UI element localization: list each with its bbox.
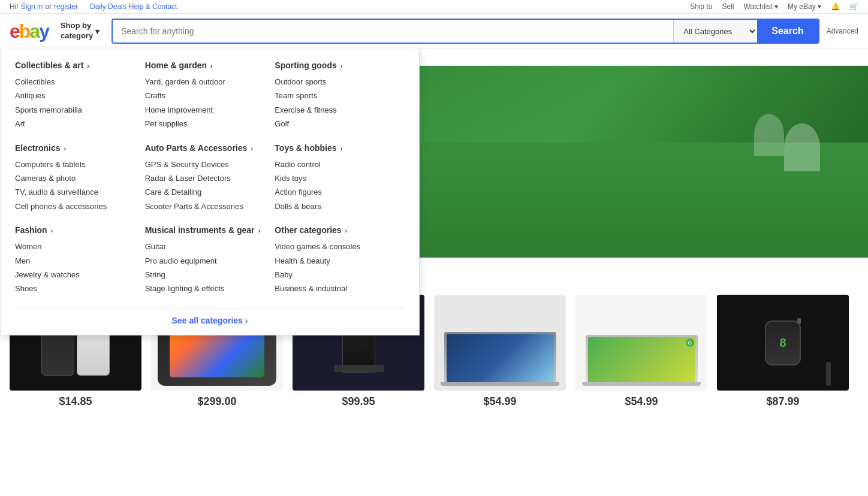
care-detailing-item[interactable]: Care & Detailing xyxy=(145,185,266,199)
deal-image-6[interactable]: 8 xyxy=(717,295,849,391)
advanced-search-link[interactable]: Advanced xyxy=(827,27,858,35)
crafts-item[interactable]: Crafts xyxy=(145,89,266,102)
jewelry-watches-item[interactable]: Jewelry & watches xyxy=(15,268,135,282)
see-all-categories-link[interactable]: See all categories › xyxy=(172,316,248,325)
other-categories-title[interactable]: Other categories › xyxy=(275,225,395,235)
musical-arrow-icon: › xyxy=(258,227,260,234)
business-industrial-item[interactable]: Business & industrial xyxy=(275,282,395,295)
gps-security-item[interactable]: GPS & Security Devices xyxy=(145,158,266,171)
sports-memorabilia-item[interactable]: Sports memorabilia xyxy=(15,103,135,117)
fashion-title[interactable]: Fashion › xyxy=(15,225,135,235)
person-silhouette-2 xyxy=(754,114,784,156)
category-select[interactable]: All Categories Electronics Fashion Home … xyxy=(673,20,757,43)
sporting-arrow-icon: › xyxy=(340,62,343,69)
search-bar: All Categories Electronics Fashion Home … xyxy=(111,19,819,44)
or-text: or xyxy=(45,2,52,11)
top-bar: Hi! Sign in or register Daily Deals Help… xyxy=(0,0,868,14)
scooter-parts-item[interactable]: Scooter Parts & Accessories xyxy=(145,199,266,213)
collectibles-item[interactable]: Collectibles xyxy=(15,75,135,89)
dropdown-section-home-garden: Home & garden › Yard, garden & outdoor C… xyxy=(145,61,266,131)
hero-image-area xyxy=(391,66,868,258)
top-bar-right: Ship to Sell Watchlist ▾ My eBay ▾ 🔔 🛒 xyxy=(690,2,858,11)
auto-parts-title[interactable]: Auto Parts & Accessories › xyxy=(145,143,266,153)
kids-toys-item[interactable]: Kids toys xyxy=(275,171,395,185)
computers-tablets-item[interactable]: Computers & tablets xyxy=(15,158,135,171)
deal-image-4[interactable] xyxy=(434,295,566,391)
dropdown-col-3: Sporting goods › Outdoor sports Team spo… xyxy=(275,61,405,308)
dropdown-col-1: Collectibles & art › Collectibles Antiqu… xyxy=(15,61,145,308)
category-dropdown: Collectibles & art › Collectibles Antiqu… xyxy=(0,49,420,335)
daily-deals-link[interactable]: Daily Deals xyxy=(90,2,126,11)
collectibles-title[interactable]: Collectibles & art › xyxy=(15,61,135,70)
pet-supplies-item[interactable]: Pet supplies xyxy=(145,117,266,131)
outdoor-sports-item[interactable]: Outdoor sports xyxy=(275,75,395,89)
video-games-item[interactable]: Video games & consoles xyxy=(275,240,395,253)
guitar-item[interactable]: Guitar xyxy=(145,240,266,253)
shoes-item[interactable]: Shoes xyxy=(15,282,135,295)
shop-by-label: Shop bycategory xyxy=(61,21,93,41)
deal-price-1: $14.85 xyxy=(10,395,141,408)
search-button[interactable]: Search xyxy=(757,20,818,43)
dropdown-section-sporting: Sporting goods › Outdoor sports Team spo… xyxy=(275,61,395,131)
deal-image-5[interactable]: G xyxy=(575,295,707,391)
fashion-arrow-icon: › xyxy=(51,227,53,234)
ebay-logo: ebay xyxy=(10,20,49,43)
string-item[interactable]: String xyxy=(145,268,266,282)
shop-by-category-button[interactable]: Shop bycategory ▾ xyxy=(56,19,104,44)
pro-audio-item[interactable]: Pro audio equipment xyxy=(145,254,266,268)
sporting-title[interactable]: Sporting goods › xyxy=(275,61,395,70)
yard-garden-item[interactable]: Yard, garden & outdoor xyxy=(145,75,266,89)
auto-parts-arrow-icon: › xyxy=(251,145,253,152)
search-input[interactable] xyxy=(113,20,673,43)
radio-control-item[interactable]: Radio control xyxy=(275,158,395,171)
musical-title[interactable]: Musical instruments & gear › xyxy=(145,225,266,235)
watchlist-chevron-icon: ▾ xyxy=(774,2,778,11)
notification-bell-icon[interactable]: 🔔 xyxy=(831,2,840,11)
toys-arrow-icon: › xyxy=(340,145,342,152)
dolls-bears-item[interactable]: Dolls & bears xyxy=(275,199,395,213)
health-beauty-item[interactable]: Health & beauty xyxy=(275,254,395,268)
radar-laser-item[interactable]: Radar & Laser Detectors xyxy=(145,171,266,185)
electronics-title[interactable]: Electronics › xyxy=(15,143,135,153)
exercise-fitness-item[interactable]: Exercise & fitness xyxy=(275,103,395,117)
deal-price-5: $54.99 xyxy=(575,395,707,408)
logo-y: y xyxy=(39,20,49,42)
myebay-link[interactable]: My eBay ▾ xyxy=(788,2,821,11)
dropdown-section-auto-parts: Auto Parts & Accessories › GPS & Securit… xyxy=(145,143,266,214)
deal-card-5: G $54.99 xyxy=(575,295,707,408)
art-item[interactable]: Art xyxy=(15,117,135,131)
deal-card-4: $54.99 xyxy=(434,295,566,408)
antiques-item[interactable]: Antiques xyxy=(15,89,135,102)
other-categories-arrow-icon: › xyxy=(345,227,347,234)
deal-price-2: $299.00 xyxy=(151,395,283,408)
signin-link[interactable]: Sign in xyxy=(21,2,43,11)
cart-icon[interactable]: 🛒 xyxy=(849,2,858,11)
team-sports-item[interactable]: Team sports xyxy=(275,89,395,102)
cell-phones-item[interactable]: Cell phones & accessories xyxy=(15,199,135,213)
dropdown-section-fashion: Fashion › Women Men Jewelry & watches Sh… xyxy=(15,225,135,296)
men-item[interactable]: Men xyxy=(15,254,135,268)
golf-item[interactable]: Golf xyxy=(275,117,395,131)
dropdown-section-collectibles: Collectibles & art › Collectibles Antiqu… xyxy=(15,61,135,131)
home-improvement-item[interactable]: Home improvement xyxy=(145,103,266,117)
deal-price-4: $54.99 xyxy=(434,395,566,408)
dropdown-col-2: Home & garden › Yard, garden & outdoor C… xyxy=(145,61,275,308)
logo-a: a xyxy=(29,20,39,42)
stage-lighting-item[interactable]: Stage lighting & effects xyxy=(145,282,266,295)
sell-link[interactable]: Sell xyxy=(722,2,734,11)
dropdown-section-electronics: Electronics › Computers & tablets Camera… xyxy=(15,143,135,214)
action-figures-item[interactable]: Action figures xyxy=(275,185,395,199)
help-contact-link[interactable]: Help & Contact xyxy=(129,2,177,11)
women-item[interactable]: Women xyxy=(15,240,135,253)
toys-title[interactable]: Toys & hobbies › xyxy=(275,143,395,153)
deal-card-6: 8 $87.99 xyxy=(717,295,849,408)
baby-item[interactable]: Baby xyxy=(275,268,395,282)
collectibles-arrow-icon: › xyxy=(87,62,89,69)
cameras-photo-item[interactable]: Cameras & photo xyxy=(15,171,135,185)
watchlist-link[interactable]: Watchlist ▾ xyxy=(743,2,778,11)
dropdown-section-toys: Toys & hobbies › Radio control Kids toys… xyxy=(275,143,395,214)
register-link[interactable]: register xyxy=(54,2,78,11)
tv-audio-item[interactable]: TV, audio & surveillance xyxy=(15,185,135,199)
greeting-text: Hi! xyxy=(10,2,19,11)
home-garden-title[interactable]: Home & garden › xyxy=(145,61,266,70)
